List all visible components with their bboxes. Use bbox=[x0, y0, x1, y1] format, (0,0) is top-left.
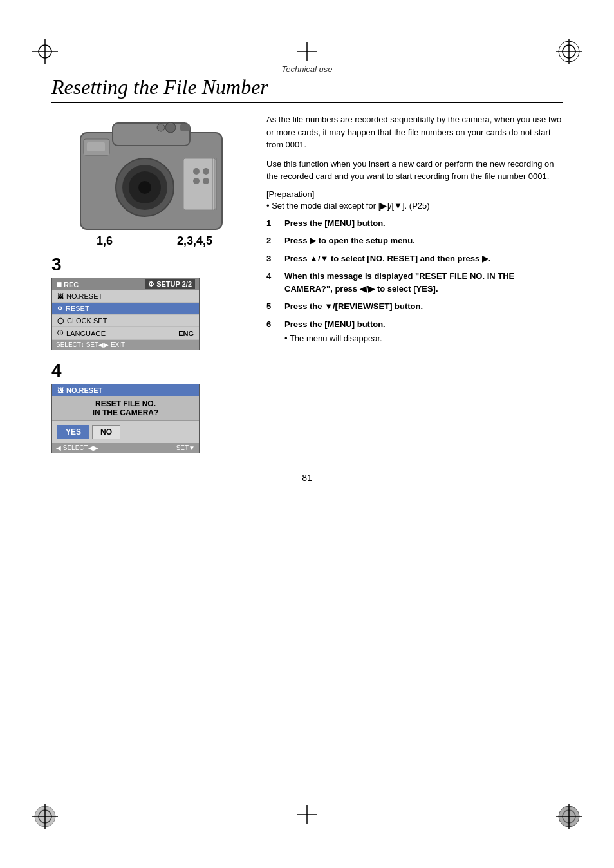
step-1-text: Press the [MENU] button. bbox=[284, 217, 563, 230]
step-3: 3 Press ▲/▼ to select [NO. RESET] and th… bbox=[266, 252, 563, 265]
corner-mark-bl bbox=[32, 804, 58, 829]
language-label: LANGUAGE bbox=[66, 330, 106, 337]
step-4-label: 4 bbox=[51, 361, 251, 381]
intro-text-2: Use this function when you insert a new … bbox=[266, 158, 563, 183]
setup-label: ⚙ SETUP 2/2 bbox=[145, 279, 195, 289]
clock-icon: ◯ bbox=[57, 317, 64, 324]
step-3-text: Press ▲/▼ to select [NO. RESET] and then… bbox=[284, 252, 563, 265]
svg-rect-27 bbox=[180, 124, 190, 131]
menu-select-hint: SELECT↕ SET◀▶ EXIT bbox=[56, 341, 125, 348]
svg-rect-29 bbox=[87, 142, 105, 151]
right-column: As the file numbers are recorded sequent… bbox=[266, 113, 563, 453]
menu4-header-label: NO.RESET bbox=[66, 386, 102, 394]
no-reset-icon-2: 🖼 bbox=[57, 387, 64, 394]
menu-item-language[interactable]: ⓘ LANGUAGE ENG bbox=[52, 327, 199, 340]
in-camera-text: IN THE CAMERA? bbox=[57, 408, 194, 417]
step-4-text: When this message is displayed "RESET FI… bbox=[284, 270, 563, 295]
technical-use-label: Technical use bbox=[51, 64, 563, 74]
menu-item-no-reset[interactable]: 🖼 NO.RESET bbox=[52, 290, 199, 303]
preparation-bullet: • Set the mode dial except for [▶]/[▼]. … bbox=[266, 201, 563, 211]
svg-point-36 bbox=[193, 178, 200, 184]
step-1-number: 1 bbox=[266, 217, 278, 230]
bottom-center-mark bbox=[297, 805, 317, 826]
yes-button[interactable]: YES bbox=[57, 425, 89, 439]
clock-set-label: CLOCK SET bbox=[67, 317, 107, 325]
step-5-text: Press the ▼/[REVIEW/SET] button. bbox=[284, 300, 563, 313]
corner-mark-tl bbox=[32, 39, 58, 64]
menu-header-3: ◼ REC ⚙ SETUP 2/2 bbox=[52, 278, 199, 290]
camera-label-1: 1,6 bbox=[97, 234, 113, 248]
step-4: 4 When this message is displayed "RESET … bbox=[266, 270, 563, 295]
step-1: 1 Press the [MENU] button. bbox=[266, 217, 563, 230]
menu-screen-3: ◼ REC ⚙ SETUP 2/2 🖼 NO.RESET ⚙ RESET bbox=[51, 278, 200, 350]
step-3-number: 3 bbox=[266, 252, 278, 265]
step-5: 5 Press the ▼/[REVIEW/SET] button. bbox=[266, 300, 563, 313]
svg-point-34 bbox=[193, 168, 200, 175]
rec-icon: ◼ bbox=[56, 280, 62, 288]
reset-label: RESET bbox=[66, 305, 89, 312]
menu4-footer: ◀ SELECT◀▶ SET▼ bbox=[52, 443, 199, 453]
camera-label-2: 2,3,4,5 bbox=[177, 234, 212, 248]
no-reset-icon: 🖼 bbox=[57, 293, 63, 299]
svg-point-24 bbox=[138, 181, 151, 194]
step-6-sub: • The menu will disappear. bbox=[284, 332, 563, 345]
no-reset-label: NO.RESET bbox=[66, 292, 102, 300]
menu-item-reset[interactable]: ⚙ RESET bbox=[52, 303, 199, 315]
menu4-header: 🖼 NO.RESET bbox=[52, 384, 199, 396]
top-center-mark bbox=[297, 42, 317, 63]
step-2-number: 2 bbox=[266, 234, 278, 247]
step-3-label: 3 bbox=[51, 254, 251, 275]
svg-point-26 bbox=[157, 124, 165, 131]
camera-illustration: 1,6 2,3,4,5 bbox=[61, 113, 241, 248]
step-2-text: Press ▶ to open the setup menu. bbox=[284, 234, 563, 247]
step-4-number: 4 bbox=[266, 270, 278, 295]
language-icon: ⓘ bbox=[57, 329, 63, 337]
setup-icon: ⚙ bbox=[148, 280, 154, 288]
svg-point-37 bbox=[203, 178, 209, 184]
language-value: ENG bbox=[178, 330, 194, 337]
preparation-section: [Preparation] • Set the mode dial except… bbox=[266, 189, 563, 211]
menu-screen-4: 🖼 NO.RESET RESET FILE NO. IN THE CAMERA?… bbox=[51, 384, 200, 453]
step-6-number: 6 bbox=[266, 318, 278, 345]
svg-rect-30 bbox=[183, 158, 216, 210]
reset-file-no-text: RESET FILE NO. bbox=[57, 399, 194, 408]
page-number: 81 bbox=[51, 473, 563, 483]
intro-text-1: As the file numbers are recorded sequent… bbox=[266, 113, 563, 151]
page-title: Resetting the File Number bbox=[51, 75, 563, 103]
svg-point-35 bbox=[203, 168, 209, 175]
svg-rect-20 bbox=[113, 123, 190, 146]
no-button[interactable]: NO bbox=[92, 425, 120, 439]
svg-point-25 bbox=[165, 122, 176, 133]
step-5-number: 5 bbox=[266, 300, 278, 313]
menu4-options: YES NO bbox=[52, 421, 199, 443]
reset-icon: ⚙ bbox=[57, 305, 62, 312]
rec-label: REC bbox=[64, 281, 79, 288]
step-6-text: Press the [MENU] button. • The menu will… bbox=[284, 318, 563, 345]
menu-item-clock-set[interactable]: ◯ CLOCK SET bbox=[52, 315, 199, 327]
preparation-label: [Preparation] bbox=[266, 189, 563, 199]
menu4-select-hint: ◀ SELECT◀▶ bbox=[56, 444, 98, 451]
rec-indicator: ◼ REC bbox=[56, 280, 79, 288]
menu4-set-hint: SET▼ bbox=[176, 444, 195, 451]
menu4-message: RESET FILE NO. IN THE CAMERA? bbox=[52, 396, 199, 421]
step-6: 6 Press the [MENU] button. • The menu wi… bbox=[266, 318, 563, 345]
corner-mark-tr bbox=[556, 39, 582, 64]
menu-footer-3: SELECT↕ SET◀▶ EXIT bbox=[52, 340, 199, 350]
left-column: 1,6 2,3,4,5 3 ◼ REC ⚙ SETUP 2/2 bbox=[51, 113, 251, 453]
corner-mark-br bbox=[556, 804, 582, 829]
step-2: 2 Press ▶ to open the setup menu. bbox=[266, 234, 563, 247]
steps-list: 1 Press the [MENU] button. 2 Press ▶ to … bbox=[266, 217, 563, 345]
